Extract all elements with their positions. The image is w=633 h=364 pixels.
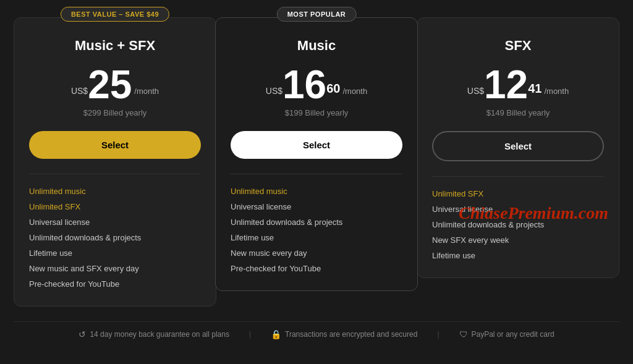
feature-item-music-3: Lifetime use xyxy=(231,233,402,242)
feature-item-music-sfx-4: Lifetime use xyxy=(29,248,201,258)
feature-item-sfx-0: Unlimited SFX xyxy=(432,189,604,198)
divider-music xyxy=(231,174,402,174)
footer-text-0: 14 day money back guarantee on all plans xyxy=(90,330,229,339)
price-period-music-sfx: /month xyxy=(134,87,159,96)
feature-item-music-5: Pre-checked for YouTube xyxy=(231,264,402,273)
feature-item-music-0: Unlimited music xyxy=(231,187,402,196)
feature-item-music-4: New music every day xyxy=(231,248,402,258)
price-decimal-sfx: 41 xyxy=(528,82,542,96)
footer-bar: ↺ 14 day money back guarantee on all pla… xyxy=(14,321,619,347)
feature-item-music-sfx-3: Unlimited downloads & projects xyxy=(29,233,201,242)
footer-separator: | xyxy=(249,330,251,339)
price-main-sfx: 12 xyxy=(484,65,528,104)
plan-badge-music: MOST POPULAR xyxy=(277,7,357,22)
price-row-sfx: US$ 12 41 /month xyxy=(432,65,604,104)
price-decimal-music: 60 xyxy=(326,82,340,96)
plan-title-music: Music xyxy=(231,38,402,54)
pricing-wrapper: BEST VALUE – SAVE $49 Music + SFX US$ 25… xyxy=(12,17,621,347)
feature-item-music-sfx-0: Unlimited music xyxy=(29,187,201,196)
plan-card-music: MOST POPULAR Music US$ 16 60 /month $199… xyxy=(215,17,418,291)
billed-yearly-music: $199 Billed yearly xyxy=(231,108,402,117)
feature-list-music: Unlimited musicUniversal licenseUnlimite… xyxy=(231,187,402,273)
feature-item-music-1: Universal license xyxy=(231,202,402,211)
select-button-sfx[interactable]: Select xyxy=(432,131,604,161)
select-button-music[interactable]: Select xyxy=(231,131,402,159)
footer-separator: | xyxy=(437,330,439,339)
footer-icon-0: ↺ xyxy=(79,329,86,339)
divider-music-sfx xyxy=(29,174,201,174)
plan-badge-music-sfx: BEST VALUE – SAVE $49 xyxy=(61,7,169,22)
plan-title-sfx: SFX xyxy=(432,38,604,54)
feature-item-sfx-1: Universal license xyxy=(432,205,604,214)
price-row-music-sfx: US$ 25 /month xyxy=(29,65,201,104)
plan-title-music-sfx: Music + SFX xyxy=(29,38,201,54)
currency-sfx: US$ xyxy=(467,86,484,96)
price-row-music: US$ 16 60 /month xyxy=(231,65,402,104)
footer-item-0: ↺ 14 day money back guarantee on all pla… xyxy=(79,329,229,339)
currency-music: US$ xyxy=(266,86,283,96)
footer-item-2: 🛡 PayPal or any credit card xyxy=(459,329,554,339)
feature-item-sfx-3: New SFX every week xyxy=(432,235,604,245)
feature-list-music-sfx: Unlimited musicUnlimited SFXUniversal li… xyxy=(29,187,201,289)
feature-list-sfx: Unlimited SFXUniversal licenseUnlimited … xyxy=(432,189,604,260)
billed-yearly-music-sfx: $299 Billed yearly xyxy=(29,108,201,117)
feature-item-music-sfx-6: Pre-checked for YouTube xyxy=(29,279,201,289)
feature-item-sfx-2: Unlimited downloads & projects xyxy=(432,220,604,229)
currency-music-sfx: US$ xyxy=(71,86,88,96)
price-period-sfx: /month xyxy=(544,87,569,96)
feature-item-music-sfx-2: Universal license xyxy=(29,218,201,227)
feature-item-music-2: Unlimited downloads & projects xyxy=(231,218,402,227)
feature-item-music-sfx-1: Unlimited SFX xyxy=(29,202,201,211)
footer-icon-1: 🔒 xyxy=(271,329,281,339)
footer-item-1: 🔒 Transactions are encrypted and secured xyxy=(271,329,417,339)
plan-card-music-sfx: BEST VALUE – SAVE $49 Music + SFX US$ 25… xyxy=(14,17,216,307)
price-main-music: 16 xyxy=(283,65,326,104)
footer-icon-2: 🛡 xyxy=(459,329,468,339)
feature-item-music-sfx-5: New music and SFX every day xyxy=(29,264,201,273)
footer-text-2: PayPal or any credit card xyxy=(472,330,554,339)
price-main-music-sfx: 25 xyxy=(88,65,132,104)
pricing-container: BEST VALUE – SAVE $49 Music + SFX US$ 25… xyxy=(14,17,619,307)
footer-text-1: Transactions are encrypted and secured xyxy=(285,330,417,339)
plan-card-sfx: SFX US$ 12 41 /month $149 Billed yearly … xyxy=(417,17,619,278)
billed-yearly-sfx: $149 Billed yearly xyxy=(432,108,604,117)
divider-sfx xyxy=(432,176,604,177)
select-button-music-sfx[interactable]: Select xyxy=(29,131,201,159)
price-period-music: /month xyxy=(342,87,367,96)
feature-item-sfx-4: Lifetime use xyxy=(432,251,604,260)
